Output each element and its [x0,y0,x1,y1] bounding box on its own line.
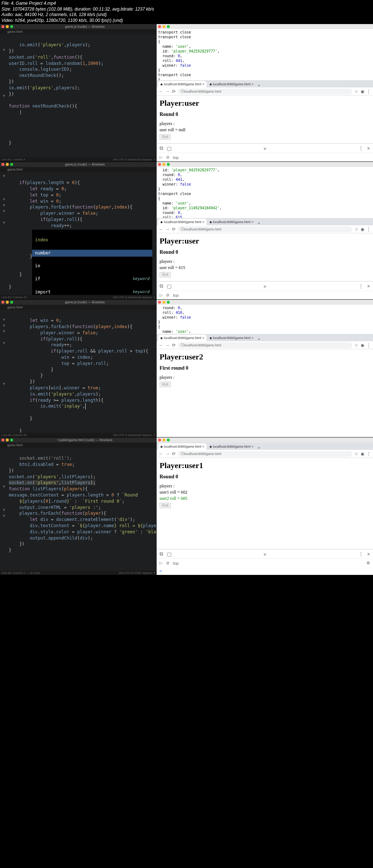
reload-icon[interactable]: ⟳ [172,89,176,94]
play-icon[interactable]: ▷ [160,561,162,565]
roll-button[interactable]: Roll [160,272,171,277]
browser-tab-1[interactable]: ◆ localhost:8080/game.html × [158,81,207,87]
players-label: players : [160,121,370,126]
menu-icon[interactable]: ⋮ [366,89,371,94]
inspect-icon[interactable]: ⧉ [160,551,163,557]
player-heading: Player:user2 [160,352,370,362]
device-icon[interactable]: ▢ [167,145,172,151]
video-info: Video: h264, yuv420p, 1280x720, 1100 kb/… [1,18,372,24]
round-heading: Round 0 [160,249,370,255]
round-heading: Round 0 [160,112,370,117]
size-info: Size: 107043728 bytes (102.08 MiB), dura… [1,7,372,12]
context-select[interactable]: top [173,561,178,565]
code-editor[interactable]: ▼▼▼▼▼ let win = 0; players.forEach(funct… [0,310,157,433]
profile-icon[interactable]: ◉ [361,89,364,94]
roll-button[interactable]: Roll [160,503,171,508]
forward-icon[interactable]: → [165,89,170,94]
file-info: File: 4. Game Project 4.mp4 [1,1,372,7]
play-icon[interactable]: ▷ [160,155,162,160]
address-bar[interactable]: ⓘ localhost:8080/game.html [178,89,352,94]
terminal-output[interactable]: round: 0, roll: 410, winner: false}{ nam… [157,305,373,334]
dt-close-icon[interactable]: × [367,145,370,151]
window-titlebar: game.js (node) — Brackets [0,24,157,29]
devtools-toolbar: ⧉ ▢ » ⋮ × [157,143,373,153]
player-heading: Player:user [160,98,370,108]
maximize-dot[interactable] [10,25,13,28]
browser-tab-2[interactable]: ◆ localhost:8080/game.html × [207,81,256,87]
editor-title: game.js (node) — Brackets [15,25,155,28]
stop-icon[interactable]: ⊘ [166,561,169,565]
dt-menu-icon[interactable]: ⋮ [358,145,364,151]
roll-line-1: user1 roll = 602 [160,490,370,495]
dt-close-icon[interactable]: × [367,551,370,557]
round-heading: First round 0 [160,365,370,371]
back-icon[interactable]: ← [159,89,163,94]
context-select[interactable]: top [173,155,178,160]
audio-info: Audio: aac, 44100 Hz, 2 channels, s16, 1… [1,12,372,18]
roll-button[interactable]: Roll [160,382,171,387]
player-heading: Player:user [160,236,370,246]
settings-icon[interactable]: ⚙ [366,561,370,565]
roll-value: user roll = null [160,127,370,133]
status-bar: Line 60, Column 5INS UTF-8 JavaScript Sp… [0,157,157,161]
terminal-output[interactable]: transport closetransport close{ name: 'u… [157,29,373,80]
roll-line-2: user2 roll = 685 [160,496,370,501]
round-heading: Round 0 [160,474,370,480]
code-editor[interactable]: ▼▼▼▼▼ if(players.length > 0){ let ready … [0,172,157,295]
code-editor[interactable]: ▼▼▼ socket.emit('roll'); btn2.disabled =… [0,448,157,571]
star-icon[interactable]: ☆ [354,89,358,94]
autocomplete-popup[interactable]: index number io ifkeyword importkeyword … [32,230,152,295]
code-editor[interactable]: ▼▼ io.emit('players',players); }) socket… [0,34,157,157]
close-dot[interactable] [1,25,4,28]
new-tab-icon[interactable]: + [256,83,262,87]
browser-tabs: ◆ localhost:8080/game.html × ◆ localhost… [157,80,373,87]
file-tab[interactable]: game.html [0,29,157,34]
terminal-output[interactable]: id: 'player_942592829777', round: 0, rol… [157,167,373,218]
terminal-titlebar [157,24,373,29]
more-tabs-icon[interactable]: » [264,145,267,151]
stop-icon[interactable]: ⊘ [166,155,169,160]
roll-button[interactable]: Roll [160,134,171,140]
console-prompt[interactable]: > [157,567,373,575]
device-icon[interactable]: ▢ [167,551,172,557]
player-heading: Player:user1 [160,461,370,470]
minimize-dot[interactable] [6,25,9,28]
inspect-icon[interactable]: ⧉ [160,145,163,151]
page-content: Player:user Round 0 players : user roll … [157,96,373,143]
